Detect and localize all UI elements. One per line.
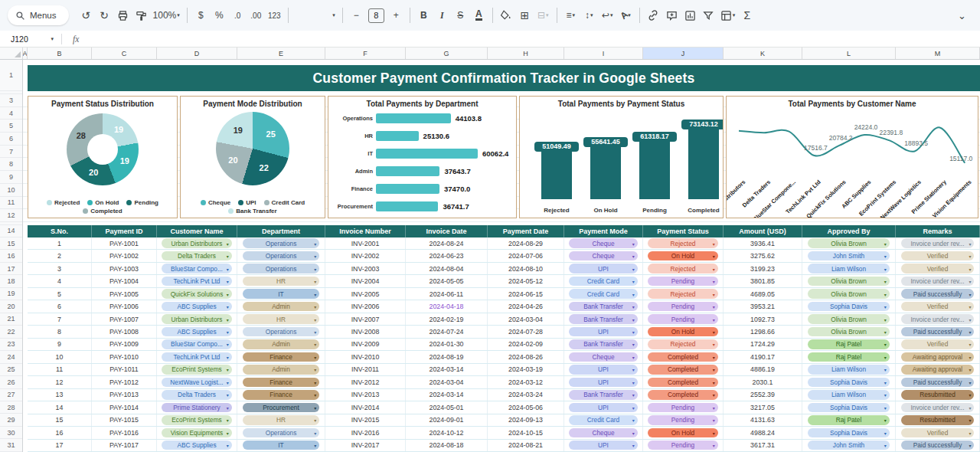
- payment-date-cell[interactable]: 2024-03-12: [488, 376, 564, 388]
- customer-pill[interactable]: BlueStar Compo...▾: [157, 339, 237, 350]
- column-header-invoice-date[interactable]: Invoice Date: [406, 225, 488, 237]
- customer-pill[interactable]: Delta Traders▾: [157, 250, 237, 261]
- payment-date-cell[interactable]: 2024-10-15: [488, 427, 564, 438]
- payment-mode-pill[interactable]: UPI▾: [569, 327, 638, 337]
- invoice-number-cell[interactable]: INV-2004: [325, 275, 406, 287]
- remarks-pill[interactable]: Paid successfully▾: [896, 326, 980, 337]
- amount-cell[interactable]: 4988.24: [724, 427, 802, 438]
- column-header-approved-by[interactable]: Approved By: [802, 225, 896, 237]
- remarks-pill[interactable]: Resubmitted▾: [901, 415, 975, 425]
- invoice-number-cell[interactable]: INV-2014: [325, 401, 406, 413]
- column-header-payment-status[interactable]: Payment Status: [643, 225, 724, 237]
- amount-cell[interactable]: 4886.19: [724, 364, 802, 375]
- approved-by-pill[interactable]: Liam Wilson▾: [808, 264, 889, 273]
- approved-by-pill[interactable]: John Smith▾: [808, 441, 889, 450]
- customer-pill[interactable]: QuickFix Solutions▾: [157, 288, 237, 300]
- department-pill[interactable]: HR▾: [237, 313, 325, 325]
- remarks-pill[interactable]: Verified▾: [901, 264, 975, 273]
- remarks-pill[interactable]: Resubmitted▾: [896, 414, 980, 426]
- approved-by-pill[interactable]: Raj Patel▾: [808, 352, 889, 362]
- payment-id-cell[interactable]: PAY-1003: [92, 263, 157, 274]
- invoice-date-cell[interactable]: 2024-07-24: [406, 326, 488, 337]
- row-number[interactable]: 10: [0, 184, 22, 197]
- insert-chart-button[interactable]: [681, 6, 699, 25]
- invoice-number-cell[interactable]: INV-2003: [325, 263, 406, 274]
- payment-date-cell[interactable]: 2024-03-04: [488, 313, 564, 325]
- payment-mode-pill[interactable]: Bank Transfer▾: [564, 389, 643, 401]
- invoice-number-cell[interactable]: INV-2006: [325, 300, 406, 312]
- sno-cell[interactable]: 2: [28, 250, 92, 261]
- invoice-date-cell[interactable]: 2024-05-05: [406, 275, 488, 287]
- remarks-pill[interactable]: Verified▾: [896, 427, 980, 438]
- approved-by-pill[interactable]: Olivia Brown▾: [802, 275, 896, 287]
- select-all-corner[interactable]: [0, 47, 23, 59]
- invoice-date-cell[interactable]: 2024-08-19: [406, 351, 488, 362]
- payment-status-pill[interactable]: Pending▾: [643, 414, 724, 426]
- remarks-pill[interactable]: Paid successfully▾: [896, 376, 980, 388]
- payment-id-cell[interactable]: PAY-1005: [92, 288, 157, 300]
- department-pill[interactable]: Procurement▾: [243, 403, 319, 413]
- customer-pill[interactable]: ABC Supplies▾: [162, 441, 232, 450]
- customer-pill[interactable]: QuickFix Solutions▾: [162, 289, 232, 299]
- customer-pill[interactable]: EcoPrint Systems▾: [162, 365, 232, 375]
- payment-mode-pill[interactable]: UPI▾: [564, 440, 643, 451]
- text-rotation-button[interactable]: A▾: [617, 6, 635, 25]
- row-number[interactable]: 30: [0, 427, 22, 439]
- department-pill[interactable]: HR▾: [243, 314, 319, 324]
- paint-format-button[interactable]: [132, 6, 150, 25]
- row-number[interactable]: 29: [0, 414, 22, 426]
- column-header-F[interactable]: F: [325, 47, 406, 59]
- payment-mode-pill[interactable]: Bank Transfer▾: [564, 313, 643, 325]
- row-number[interactable]: 8: [0, 158, 22, 171]
- chart-panel-1[interactable]: Payment Mode Distribution25222019ChequeU…: [180, 96, 325, 218]
- payment-date-cell[interactable]: 2024-08-21: [488, 440, 564, 451]
- payment-status-pill[interactable]: On Hold▾: [648, 327, 718, 337]
- sno-cell[interactable]: 12: [28, 376, 92, 388]
- format-currency-button[interactable]: $: [192, 6, 210, 25]
- invoice-number-cell[interactable]: INV-2012: [325, 376, 406, 388]
- department-pill[interactable]: Admin▾: [237, 300, 325, 312]
- approved-by-pill[interactable]: Olivia Brown▾: [802, 288, 896, 300]
- payment-date-cell[interactable]: 2024-06-15: [488, 288, 564, 300]
- approved-by-pill[interactable]: Sophia Davis▾: [808, 428, 889, 438]
- invoice-number-cell[interactable]: INV-2017: [325, 440, 406, 451]
- row-number[interactable]: 26: [0, 376, 22, 388]
- sno-cell[interactable]: 3: [28, 263, 92, 274]
- payment-status-pill[interactable]: Completed▾: [643, 364, 724, 375]
- payment-date-cell[interactable]: 2024-05-06: [488, 401, 564, 413]
- department-pill[interactable]: Operations▾: [243, 238, 319, 248]
- customer-pill[interactable]: ABC Supplies▾: [162, 302, 232, 312]
- payment-id-cell[interactable]: PAY-1017: [92, 440, 157, 451]
- department-pill[interactable]: Finance▾: [237, 351, 325, 362]
- approved-by-pill[interactable]: Liam Wilson▾: [802, 263, 896, 274]
- department-pill[interactable]: HR▾: [243, 277, 319, 287]
- payment-status-pill[interactable]: Pending▾: [648, 441, 718, 450]
- invoice-date-link[interactable]: 2024-04-18: [430, 303, 464, 310]
- approved-by-pill[interactable]: Liam Wilson▾: [802, 389, 896, 401]
- create-filter-button[interactable]: [700, 6, 717, 25]
- customer-pill[interactable]: Vision Equipments▾: [162, 428, 232, 438]
- department-pill[interactable]: IT▾: [237, 440, 325, 451]
- department-pill[interactable]: Operations▾: [243, 428, 319, 438]
- amount-cell[interactable]: 2552.39: [724, 389, 802, 401]
- payment-mode-pill[interactable]: UPI▾: [569, 441, 638, 450]
- amount-cell[interactable]: 3617.31: [724, 440, 802, 451]
- department-pill[interactable]: Operations▾: [243, 327, 319, 337]
- column-header-payment-mode[interactable]: Payment Mode: [564, 225, 643, 237]
- department-pill[interactable]: Finance▾: [237, 389, 325, 401]
- vertical-align-button[interactable]: ↕▾: [580, 6, 598, 25]
- payment-id-cell[interactable]: PAY-1007: [92, 313, 157, 325]
- approved-by-pill[interactable]: Olivia Brown▾: [802, 313, 896, 325]
- payment-id-cell[interactable]: PAY-1004: [92, 275, 157, 287]
- customer-pill[interactable]: ABC Supplies▾: [162, 327, 232, 337]
- invoice-number-cell[interactable]: INV-2007: [325, 313, 406, 325]
- remarks-pill[interactable]: Invoice under rev...▾: [896, 401, 980, 413]
- payment-id-cell[interactable]: PAY-1009: [92, 339, 157, 350]
- row-number[interactable]: 25: [0, 364, 22, 376]
- sno-cell[interactable]: 16: [28, 427, 92, 438]
- amount-cell[interactable]: 4689.05: [724, 288, 802, 300]
- column-header-K[interactable]: K: [724, 47, 802, 59]
- customer-pill[interactable]: Delta Traders▾: [162, 390, 232, 400]
- customer-pill[interactable]: NextWave Logist...▾: [157, 376, 237, 388]
- row-number[interactable]: 12: [0, 209, 22, 222]
